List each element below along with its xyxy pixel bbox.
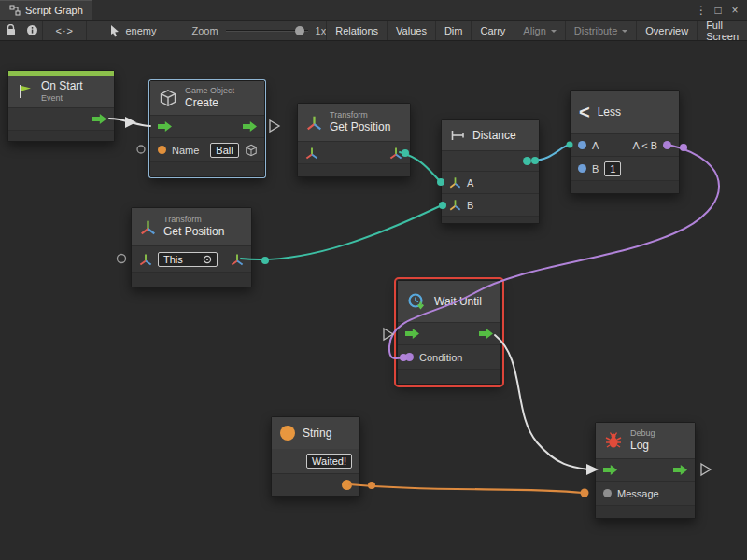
node-category: Transform: [330, 110, 390, 120]
node-subtitle: Event: [41, 93, 83, 104]
port-label: Name: [172, 145, 199, 156]
toolbar-buttons: Relations Values Dim Carry Align Distrib…: [326, 21, 747, 40]
target-value-field[interactable]: This: [158, 252, 218, 267]
node-less[interactable]: < Less A A < B B 1: [570, 90, 680, 194]
script-graph-window: Script Graph ⋮ □ × <·>: [0, 0, 747, 560]
node-debug-log[interactable]: Debug Log Message: [595, 422, 696, 519]
graph-pointer[interactable]: enemy: [109, 21, 156, 40]
string-icon: [280, 426, 295, 441]
node-title: String: [303, 427, 331, 440]
node-footer: [596, 505, 695, 518]
info-button[interactable]: [21, 21, 43, 40]
graph-pointer-label: enemy: [125, 25, 156, 36]
node-wait-until[interactable]: Wait Until Condition: [397, 280, 501, 385]
zoom-value: 1x: [316, 25, 327, 36]
distance-output-port[interactable]: [523, 157, 531, 165]
wire-wait-to-log: [495, 335, 589, 469]
transform-input-port[interactable]: [305, 147, 318, 160]
carry-button[interactable]: Carry: [471, 21, 514, 40]
wire-getpos-to-distance-b: [241, 205, 442, 259]
node-category: Game Object: [185, 86, 234, 96]
node-footer: [298, 163, 410, 176]
flow-out-port[interactable]: [479, 329, 493, 339]
node-footer: [442, 216, 539, 223]
node-on-start[interactable]: On Start Event: [7, 70, 115, 142]
align-button[interactable]: Align: [514, 21, 564, 40]
values-button[interactable]: Values: [387, 21, 435, 40]
flow-in-port[interactable]: [158, 121, 172, 132]
tab-bar: Script Graph ⋮ □ ×: [0, 0, 747, 21]
unconnected-flow-triangle: [384, 329, 393, 340]
b-value-field[interactable]: 1: [604, 161, 621, 176]
string-value-field[interactable]: Waited!: [306, 454, 352, 469]
vector-input-port-a[interactable]: [449, 176, 461, 189]
node-title: Get Position: [163, 225, 224, 238]
zoom-slider[interactable]: [226, 24, 308, 37]
lock-icon: [6, 24, 16, 36]
flow-out-port[interactable]: [92, 114, 106, 124]
lock-button[interactable]: [0, 21, 21, 40]
port-label: Condition: [419, 352, 462, 363]
maximize-icon[interactable]: □: [710, 1, 726, 20]
node-title: Distance: [472, 129, 516, 142]
less-a-input-port[interactable]: [578, 141, 586, 149]
node-title: Create: [185, 96, 234, 109]
overview-button[interactable]: Overview: [636, 21, 697, 40]
node-title: Get Position: [330, 120, 390, 133]
name-input-port[interactable]: [158, 146, 166, 154]
port-label: B: [592, 163, 599, 175]
node-distance[interactable]: Distance A B: [441, 119, 540, 224]
position-output-port[interactable]: [389, 147, 402, 160]
node-game-object-create[interactable]: Game Object Create Name Ball: [149, 80, 265, 177]
flow-in-port[interactable]: [603, 465, 617, 475]
condition-input-port[interactable]: [405, 353, 414, 361]
distance-icon: [450, 128, 465, 143]
bug-icon: [604, 431, 623, 450]
target-value-text: This: [163, 254, 183, 265]
graph-canvas[interactable]: On Start Event Game Object Create: [0, 41, 747, 560]
zoom-label: Zoom: [191, 25, 218, 36]
flow-in-port[interactable]: [405, 329, 419, 339]
transform-input-port[interactable]: [139, 253, 152, 266]
less-icon: <: [579, 103, 590, 121]
message-input-port[interactable]: [603, 489, 612, 497]
full-screen-button[interactable]: Full Screen: [697, 21, 747, 40]
node-category: Transform: [163, 215, 224, 225]
flow-out-port[interactable]: [673, 465, 687, 475]
node-string[interactable]: String Waited!: [271, 416, 360, 497]
align-label: Align: [523, 25, 545, 36]
target-picker-icon[interactable]: [203, 255, 212, 264]
node-footer: [132, 272, 251, 287]
node-get-position-left[interactable]: Transform Get Position This: [131, 207, 252, 287]
string-output-port[interactable]: [342, 480, 352, 490]
fit-graph-button[interactable]: <·>: [43, 21, 87, 40]
chevron-down-icon: [551, 30, 557, 35]
less-output-port[interactable]: [663, 141, 671, 149]
window-menu-icon[interactable]: ⋮: [693, 1, 710, 20]
distribute-label: Distribute: [574, 25, 617, 36]
node-title: Less: [598, 105, 621, 119]
close-icon[interactable]: ×: [726, 1, 743, 20]
node-category: Debug: [630, 428, 655, 439]
node-footer: [8, 130, 114, 141]
tab-script-graph[interactable]: Script Graph: [0, 0, 92, 20]
less-b-input-port[interactable]: [578, 164, 586, 173]
flow-out-port[interactable]: [243, 121, 257, 132]
node-get-position-top[interactable]: Transform Get Position: [297, 103, 411, 177]
port-label: A: [467, 177, 473, 189]
wire-onstart-to-create: [109, 119, 150, 126]
vector-input-port-b[interactable]: [449, 199, 461, 211]
relations-button[interactable]: Relations: [326, 21, 387, 40]
cube-icon: [159, 89, 177, 107]
position-output-port[interactable]: [231, 253, 244, 266]
result-label: A < B: [632, 140, 657, 151]
window-controls: ⋮ □ ×: [693, 0, 747, 20]
node-title: Log: [630, 439, 655, 452]
distribute-button[interactable]: Distribute: [565, 21, 636, 40]
name-value-field[interactable]: Ball: [210, 143, 238, 158]
zoom-slider-handle[interactable]: [295, 26, 304, 35]
fit-graph-glyph: <·>: [56, 25, 75, 36]
node-footer: [571, 180, 679, 193]
dim-button[interactable]: Dim: [435, 21, 472, 40]
cube-icon[interactable]: [245, 144, 258, 157]
